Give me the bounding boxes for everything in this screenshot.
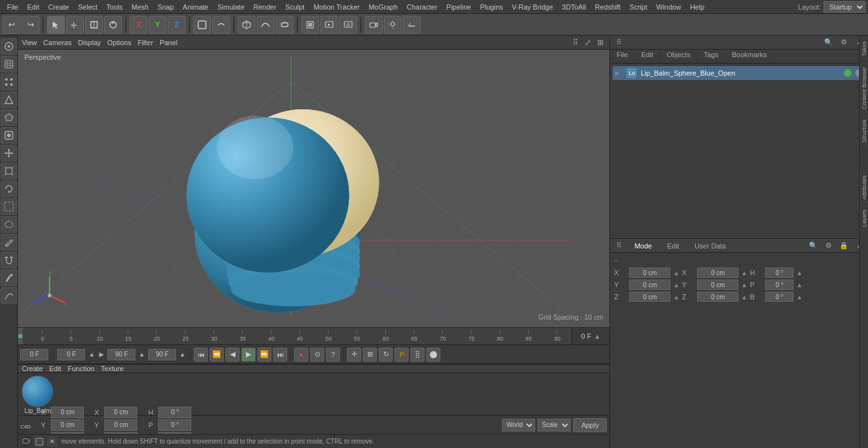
render-settings-btn[interactable] <box>339 16 357 34</box>
close-status[interactable]: ✕ <box>47 437 57 447</box>
x-pos-input[interactable] <box>51 407 84 418</box>
am-y-arrow[interactable]: ▲ <box>673 282 679 288</box>
go-to-start[interactable]: ⏮ <box>194 348 208 362</box>
am-p-arrow[interactable]: ▲ <box>796 282 803 288</box>
rotate-tool[interactable] <box>104 16 122 34</box>
am-tab-mode[interactable]: Mode <box>629 241 657 251</box>
sculpt-tool[interactable] <box>1 287 17 304</box>
om-tab-tags[interactable]: Tags <box>697 50 725 63</box>
polygon-mode[interactable] <box>1 109 17 126</box>
grid-pb[interactable]: ⣿ <box>410 348 424 362</box>
record-btn[interactable]: ● <box>294 348 308 362</box>
apply-button[interactable]: Apply <box>573 418 607 432</box>
menu-plugins[interactable]: Plugins <box>475 2 507 12</box>
om-tab-file[interactable]: File <box>610 50 635 63</box>
vp-menu-filter[interactable]: Filter <box>138 39 153 46</box>
menu-select[interactable]: Select <box>74 2 102 12</box>
timeline-ruler[interactable]: 0 5 10 15 20 25 30 35 40 45 50 55 60 65 … <box>23 328 571 344</box>
timeline[interactable]: 0 5 10 15 20 25 30 35 40 45 50 55 60 65 … <box>18 327 609 345</box>
help-btn[interactable]: ? <box>326 348 340 362</box>
p-input[interactable] <box>158 419 191 431</box>
am-z-arrow[interactable]: ▲ <box>673 294 679 301</box>
vtab-layers[interactable]: Layers <box>860 207 869 230</box>
vtab-takes[interactable]: Takes <box>860 38 869 60</box>
y-pos-input[interactable] <box>51 419 84 431</box>
om-tab-edit[interactable]: Edit <box>635 50 660 63</box>
am-settings[interactable]: ⚙ <box>824 241 834 251</box>
menu-edit[interactable]: Edit <box>23 2 44 12</box>
am-x-arrow[interactable]: ▲ <box>673 269 679 276</box>
vtab-attributes[interactable]: Attributes <box>860 172 869 203</box>
menu-window[interactable]: Window <box>652 2 686 12</box>
auto-key[interactable]: ⊙ <box>310 348 324 362</box>
light-btn[interactable] <box>384 16 402 34</box>
mat-menu-texture[interactable]: Texture <box>101 365 124 372</box>
move-tool-side[interactable] <box>1 145 17 161</box>
menu-sculpt[interactable]: Sculpt <box>281 2 309 12</box>
vp-menu-panel[interactable]: Panel <box>159 39 177 46</box>
obj-visible-dot[interactable] <box>844 69 851 77</box>
viewport-canvas[interactable]: Perspective Grid Spacing : 10 cm X Z Y <box>18 50 609 327</box>
cube-btn[interactable] <box>238 16 255 34</box>
mat-menu-create[interactable]: Create <box>22 365 43 372</box>
am-z2-arrow[interactable]: ▲ <box>741 294 747 301</box>
am-p-input[interactable] <box>765 280 794 290</box>
vtab-structure[interactable]: Structure <box>860 116 869 146</box>
model-btn[interactable] <box>193 16 211 34</box>
om-tab-bookmarks[interactable]: Bookmarks <box>726 50 774 63</box>
axis-y-button[interactable]: Y <box>149 16 166 34</box>
y-size-input[interactable] <box>104 419 137 431</box>
spline-btn[interactable] <box>257 16 275 34</box>
menu-pipeline[interactable]: Pipeline <box>442 2 475 12</box>
material-preview[interactable] <box>22 376 53 407</box>
current-frame-display[interactable]: 0 F ▲ <box>571 328 609 344</box>
mat-menu-function[interactable]: Function <box>67 365 94 372</box>
go-to-end[interactable]: ⏭ <box>273 348 287 362</box>
menu-vray[interactable]: V-Ray Bridge <box>508 2 558 12</box>
c4d-icon[interactable] <box>22 437 32 447</box>
axis-z-button[interactable]: Z <box>168 16 186 34</box>
vp-icon-dots[interactable]: ⠿ <box>570 37 580 48</box>
menu-mesh[interactable]: Mesh <box>127 2 153 12</box>
scale-tool-side[interactable] <box>1 163 17 179</box>
scale-tool[interactable] <box>85 16 103 34</box>
model-mode-btn[interactable] <box>1 38 17 55</box>
menu-create[interactable]: Create <box>44 2 74 12</box>
step-forward[interactable]: ⏩ <box>257 348 271 362</box>
vp-icon-grid[interactable]: ⊞ <box>595 37 606 48</box>
menu-file[interactable]: File <box>3 2 23 12</box>
texture-btn[interactable] <box>1 56 17 72</box>
preview-end-input[interactable] <box>107 349 135 360</box>
am-lock[interactable]: 🔒 <box>839 241 849 251</box>
play-back[interactable]: ◀ <box>226 348 240 362</box>
menu-tools[interactable]: Tools <box>102 2 127 12</box>
am-h-input[interactable] <box>765 268 794 278</box>
am-y2-input[interactable] <box>697 280 738 290</box>
am-z1-input[interactable] <box>629 292 670 302</box>
am-y1-input[interactable] <box>629 280 670 290</box>
menu-3dtoall[interactable]: 3DToAll <box>557 2 590 12</box>
menu-motion-tracker[interactable]: Motion Tracker <box>309 2 364 12</box>
object-row-lipbalm[interactable]: ▶ Lo Lip_Balm_Sphere_Blue_Open <box>613 66 865 80</box>
viewport[interactable]: View Cameras Display Options Filter Pane… <box>18 36 609 327</box>
knife-tool[interactable] <box>1 234 17 250</box>
timeline-start[interactable] <box>18 328 23 344</box>
om-tab-objects[interactable]: Objects <box>660 50 697 63</box>
menu-redshift[interactable]: Redshift <box>590 2 625 12</box>
layout-select[interactable]: Startup <box>824 1 865 13</box>
paint-tool[interactable] <box>1 269 17 286</box>
start-frame-input[interactable] <box>20 349 48 360</box>
lasso[interactable] <box>1 216 17 233</box>
menu-character[interactable]: Character <box>402 2 442 12</box>
end-frame-input[interactable] <box>148 349 176 360</box>
floor-btn[interactable] <box>403 16 421 34</box>
x-size-input[interactable] <box>104 407 137 418</box>
menu-render[interactable]: Render <box>249 2 281 12</box>
move-pb[interactable]: ✛ <box>347 348 361 362</box>
om-content[interactable]: ▶ Lo Lip_Balm_Sphere_Blue_Open <box>610 64 868 238</box>
anim-pb[interactable]: ⬤ <box>426 348 440 362</box>
camera-btn[interactable] <box>365 16 383 34</box>
am-h-arrow[interactable]: ▲ <box>796 269 803 276</box>
move-tool[interactable]: ✛ <box>66 16 84 34</box>
h-input[interactable] <box>158 407 191 418</box>
